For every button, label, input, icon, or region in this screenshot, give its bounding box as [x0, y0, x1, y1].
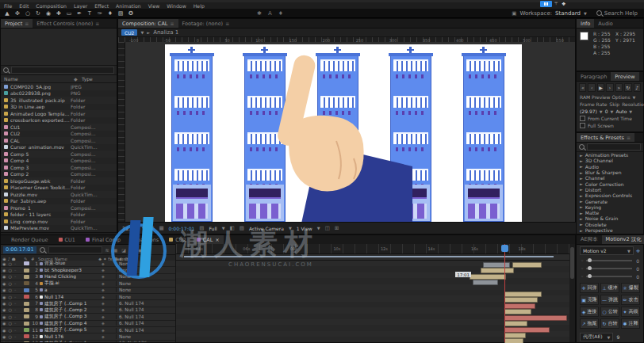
composition-canvas[interactable] — [165, 44, 522, 222]
hide-shy-layers-icon[interactable]: ◪ — [121, 247, 126, 253]
layer-duration-bar[interactable] — [504, 315, 567, 321]
layer-switches[interactable]: ◈ — [102, 321, 116, 326]
menu-item[interactable]: Help — [194, 3, 205, 9]
layer-switches[interactable]: ◈ — [102, 281, 116, 286]
timeline-layer-row[interactable]: ◉○◦ 2 bt_Shopkeeper3 ◈ None — [1, 267, 175, 273]
layer-parent[interactable]: 6. Null 174 — [116, 321, 175, 326]
effects-search-input[interactable] — [587, 143, 641, 151]
view-layout-select[interactable]: 1 View — [297, 226, 312, 231]
project-file-row[interactable]: Comp 5 Composi... — [1, 151, 117, 158]
scrollbar-thumb[interactable] — [570, 247, 574, 279]
motion-tool-button[interactable]: ▣ 克隆 — [580, 295, 599, 305]
project-file-row[interactable]: Comp 4 Composi... — [1, 158, 117, 165]
timeline-comp-tab[interactable]: balloons — [127, 235, 165, 244]
transport-button[interactable]: ‹ — [588, 83, 595, 92]
layer-name[interactable]: 建筑房子 (..Comp 5 — [44, 326, 102, 333]
current-time-field[interactable]: 0:00:17:01 — [3, 246, 36, 253]
lock-icon[interactable]: ◦ — [14, 261, 17, 266]
transport-button[interactable]: ↻ — [624, 83, 631, 92]
lock-icon[interactable]: ◦ — [14, 314, 17, 319]
layer-label-chip[interactable] — [24, 328, 29, 332]
effect-category-row[interactable]: ► Obsolete — [577, 222, 643, 227]
work-area-bar[interactable] — [184, 256, 554, 257]
ram-preview-options-label[interactable]: RAM Preview Options — [580, 94, 631, 100]
solo-icon[interactable]: ○ — [8, 301, 11, 306]
timeline-button-icon[interactable]: ⊞ — [335, 225, 339, 231]
eye-icon[interactable]: ◉ — [2, 328, 6, 333]
slider-knob[interactable] — [588, 274, 592, 278]
solo-icon[interactable]: ○ — [8, 295, 11, 299]
lock-icon[interactable]: ◦ — [14, 281, 17, 286]
layer-switches[interactable]: ◈ — [102, 314, 116, 319]
resolution-select[interactable]: Auto — [615, 109, 627, 114]
composition-mini-flowchart-icon[interactable]: ≋ — [105, 247, 109, 253]
eye-icon[interactable]: ◉ — [2, 314, 6, 319]
layer-parent[interactable]: None — [116, 334, 175, 339]
solo-icon[interactable]: ○ — [8, 334, 11, 339]
slider-track[interactable] — [586, 276, 632, 277]
project-file-row[interactable]: COMP020_5A.jpg JPEG — [1, 83, 117, 90]
effect-category-row[interactable]: ► Audio — [577, 164, 643, 170]
timeline-comp-tab[interactable]: Final Comp — [82, 235, 127, 244]
layer-label-chip[interactable] — [24, 322, 29, 326]
layer-duration-bar[interactable] — [473, 280, 498, 285]
solo-icon[interactable]: ○ — [8, 261, 11, 266]
full-screen-checkbox[interactable] — [580, 123, 585, 128]
snapshot-icon[interactable]: ▧ — [199, 225, 204, 231]
effect-category-row[interactable]: ► Animation Presets — [577, 152, 643, 158]
lock-icon[interactable]: ◦ — [14, 328, 17, 333]
layer-parent[interactable]: 6. Null 174 — [116, 307, 175, 312]
selection-tool-icon[interactable]: ▲ — [3, 10, 11, 17]
expand-arrow-icon[interactable]: ► — [580, 199, 583, 204]
toolbar-misc-icon[interactable]: ♦ — [278, 10, 283, 17]
effect-category-row[interactable]: ► Noise & Grain — [577, 215, 643, 221]
transport-button[interactable]: ♪ — [634, 83, 641, 92]
slider-knob[interactable] — [588, 258, 592, 262]
layer-parent[interactable]: None — [116, 288, 175, 292]
timeline-scrollbar[interactable] — [569, 244, 575, 342]
motion-tool-button[interactable]: ☼ 爆裂 — [621, 283, 640, 293]
layer-duration-bar[interactable] — [504, 338, 523, 343]
camera-tool-icon[interactable]: ◉ — [44, 10, 52, 17]
search-help[interactable]: Search Help — [596, 10, 638, 17]
timeline-comp-tab[interactable]: CU2 — [165, 235, 192, 244]
effect-category-row[interactable]: ► Color Correction — [577, 181, 643, 186]
motion-slider[interactable]: ◦ 0 — [577, 265, 643, 272]
transport-button[interactable]: « — [579, 83, 586, 92]
draft-3d-icon[interactable]: ▦ — [113, 247, 118, 253]
eye-icon[interactable]: ◉ — [2, 295, 6, 299]
transparency-grid-icon[interactable]: ▨ — [240, 225, 244, 231]
lock-icon[interactable]: ◦ — [14, 334, 17, 339]
timeline-search-input[interactable] — [48, 246, 102, 253]
layer-label-chip[interactable] — [24, 314, 29, 318]
camera-select[interactable]: Active Camera — [249, 226, 284, 231]
project-file-row[interactable]: Ling_comp.mov Folder — [1, 218, 117, 225]
lock-icon[interactable]: ◦ — [14, 341, 17, 342]
toolbar-misc-icon[interactable]: A — [268, 10, 272, 17]
transport-button[interactable]: ▶ — [597, 83, 604, 92]
expand-arrow-icon[interactable]: ► — [580, 153, 583, 158]
layer-duration-bar[interactable] — [504, 327, 550, 333]
preview-panel-tab[interactable]: Paragraph — [577, 72, 611, 81]
eye-icon[interactable]: ◉ — [2, 288, 6, 292]
layer-name[interactable]: 背景-blue — [44, 261, 102, 267]
motion-tool-button[interactable]: ↻ 自转 — [600, 318, 619, 329]
layer-bars-area[interactable]: 17:01 — [176, 261, 569, 342]
layer-parent[interactable]: 6. Null 174 — [116, 314, 175, 319]
pen-tool-icon[interactable]: ✒ — [75, 10, 83, 17]
project-search-input[interactable] — [11, 67, 114, 74]
layer-label-chip[interactable] — [24, 295, 29, 299]
mask-visibility-icon[interactable]: ▦ — [159, 225, 163, 231]
panel-menu-icon[interactable]: ≡ — [95, 21, 99, 26]
pixel-aspect-icon[interactable]: ◫ — [325, 225, 330, 231]
current-time-display[interactable]: 0:00:17:01 — [169, 226, 195, 231]
project-file-row[interactable]: Placemer Green Toolkit 7 2 05.aep Folder — [1, 185, 117, 192]
layer-switches[interactable]: ◈ — [102, 274, 116, 279]
timeline-comp-tab[interactable]: Render Queue — [1, 235, 55, 244]
layer-duration-bar[interactable] — [504, 297, 538, 303]
solo-icon[interactable]: ○ — [8, 314, 11, 319]
overlay-cam-icon[interactable]: ❖ — [562, 1, 565, 6]
timeline-layer-row[interactable]: ◉○◦ 11 建筑房子 (..Comp 5 ◈ 6. Null 174 — [1, 327, 175, 333]
layer-switches[interactable]: ◈ — [102, 328, 116, 333]
solo-icon[interactable]: ○ — [8, 321, 11, 326]
